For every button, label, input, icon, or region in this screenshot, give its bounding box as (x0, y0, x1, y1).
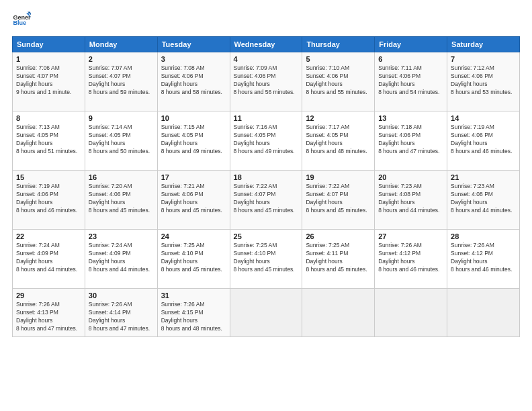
daylight-label: Daylight hours (89, 258, 125, 265)
day-info: Sunrise: 7:18 AM Sunset: 4:06 PM Dayligh… (378, 124, 443, 156)
day-info: Sunrise: 7:10 AM Sunset: 4:06 PM Dayligh… (306, 64, 371, 97)
day-info: Sunrise: 7:11 AM Sunset: 4:06 PM Dayligh… (378, 64, 443, 97)
logo-icon: General Blue (12, 11, 31, 30)
calendar-cell: 27 Sunrise: 7:26 AM Sunset: 4:12 PM Dayl… (375, 230, 447, 289)
sunrise-label: Sunrise: 7:25 AM (161, 242, 205, 248)
sunrise-label: Sunrise: 7:26 AM (378, 242, 422, 248)
day-info: Sunrise: 7:24 AM Sunset: 4:09 PM Dayligh… (89, 242, 154, 274)
sunrise-label: Sunrise: 7:26 AM (16, 301, 60, 308)
calendar-week-row: 15 Sunrise: 7:19 AM Sunset: 4:06 PM Dayl… (13, 171, 520, 230)
sunset-label: Sunset: 4:06 PM (378, 73, 420, 79)
sunrise-label: Sunrise: 7:25 AM (306, 242, 349, 248)
calendar-cell: 18 Sunrise: 7:22 AM Sunset: 4:07 PM Dayl… (230, 171, 302, 230)
day-number: 3 (161, 55, 226, 63)
sunset-label: Sunset: 4:06 PM (16, 191, 58, 197)
daylight-label: Daylight hours (16, 258, 52, 265)
day-number: 8 (16, 114, 81, 122)
day-info: Sunrise: 7:26 AM Sunset: 4:13 PM Dayligh… (16, 301, 81, 333)
day-number: 31 (161, 291, 226, 300)
day-info: Sunrise: 7:09 AM Sunset: 4:06 PM Dayligh… (234, 64, 299, 97)
calendar-header-row: SundayMondayTuesdayWednesdayThursdayFrid… (13, 37, 520, 52)
calendar-cell: 9 Sunrise: 7:14 AM Sunset: 4:05 PM Dayli… (85, 111, 157, 171)
sunrise-label: Sunrise: 7:17 AM (306, 124, 349, 130)
sunset-label: Sunset: 4:11 PM (306, 250, 348, 257)
daylight-label: Daylight hours (89, 317, 125, 324)
daylight-value: 8 hours and 59 minutes. (89, 89, 150, 95)
day-info: Sunrise: 7:12 AM Sunset: 4:06 PM Dayligh… (451, 64, 516, 97)
daylight-label: Daylight hours (451, 199, 487, 205)
daylight-label: Daylight hours (378, 140, 414, 146)
sunrise-label: Sunrise: 7:26 AM (89, 301, 132, 308)
day-header-friday: Friday (375, 37, 447, 52)
sunrise-label: Sunrise: 7:23 AM (451, 183, 494, 189)
day-info: Sunrise: 7:26 AM Sunset: 4:12 PM Dayligh… (451, 242, 516, 274)
sunset-label: Sunset: 4:12 PM (451, 250, 493, 257)
daylight-value: 8 hours and 46 minutes. (451, 266, 512, 273)
sunset-label: Sunset: 4:06 PM (451, 132, 493, 138)
day-header-sunday: Sunday (13, 37, 85, 52)
day-info: Sunrise: 7:17 AM Sunset: 4:05 PM Dayligh… (306, 124, 371, 156)
sunset-label: Sunset: 4:12 PM (378, 250, 420, 257)
calendar-cell: 24 Sunrise: 7:25 AM Sunset: 4:10 PM Dayl… (157, 230, 230, 289)
daylight-value: 8 hours and 55 minutes. (306, 89, 367, 95)
daylight-value: 8 hours and 44 minutes. (451, 207, 512, 214)
day-info: Sunrise: 7:07 AM Sunset: 4:07 PM Dayligh… (89, 64, 154, 97)
day-info: Sunrise: 7:23 AM Sunset: 4:08 PM Dayligh… (451, 183, 516, 215)
sunset-label: Sunset: 4:09 PM (89, 250, 131, 257)
calendar-cell: 25 Sunrise: 7:25 AM Sunset: 4:10 PM Dayl… (230, 230, 302, 289)
day-number: 16 (89, 173, 154, 181)
daylight-value: 8 hours and 45 minutes. (161, 207, 222, 214)
daylight-value: 8 hours and 45 minutes. (306, 266, 367, 273)
calendar-cell: 19 Sunrise: 7:22 AM Sunset: 4:07 PM Dayl… (302, 171, 375, 230)
sunset-label: Sunset: 4:13 PM (16, 309, 58, 316)
calendar-cell: 26 Sunrise: 7:25 AM Sunset: 4:11 PM Dayl… (302, 230, 375, 289)
day-number: 11 (234, 114, 299, 122)
day-header-tuesday: Tuesday (157, 37, 230, 52)
day-info: Sunrise: 7:22 AM Sunset: 4:07 PM Dayligh… (234, 183, 299, 215)
day-info: Sunrise: 7:26 AM Sunset: 4:15 PM Dayligh… (161, 301, 226, 333)
daylight-label: Daylight hours (161, 81, 197, 87)
calendar-cell: 14 Sunrise: 7:19 AM Sunset: 4:06 PM Dayl… (447, 111, 520, 171)
day-info: Sunrise: 7:15 AM Sunset: 4:05 PM Dayligh… (161, 124, 226, 156)
daylight-label: Daylight hours (378, 258, 414, 265)
sunrise-label: Sunrise: 7:22 AM (234, 183, 277, 189)
day-info: Sunrise: 7:25 AM Sunset: 4:11 PM Dayligh… (306, 242, 371, 274)
calendar-cell: 1 Sunrise: 7:06 AM Sunset: 4:07 PM Dayli… (13, 52, 85, 111)
sunset-label: Sunset: 4:10 PM (161, 250, 204, 257)
sunset-label: Sunset: 4:05 PM (234, 132, 276, 138)
calendar-cell: 22 Sunrise: 7:24 AM Sunset: 4:09 PM Dayl… (13, 230, 85, 289)
daylight-value: 8 hours and 45 minutes. (234, 207, 295, 214)
day-number: 1 (16, 55, 81, 63)
calendar-cell: 8 Sunrise: 7:13 AM Sunset: 4:05 PM Dayli… (13, 111, 85, 171)
day-info: Sunrise: 7:08 AM Sunset: 4:06 PM Dayligh… (161, 64, 226, 97)
sunrise-label: Sunrise: 7:15 AM (161, 124, 205, 130)
calendar-cell: 5 Sunrise: 7:10 AM Sunset: 4:06 PM Dayli… (302, 52, 375, 111)
daylight-label: Daylight hours (378, 81, 414, 87)
daylight-value: 8 hours and 45 minutes. (234, 266, 295, 273)
daylight-label: Daylight hours (234, 81, 270, 87)
daylight-label: Daylight hours (306, 140, 342, 146)
daylight-value: 8 hours and 48 minutes. (306, 148, 367, 154)
day-info: Sunrise: 7:25 AM Sunset: 4:10 PM Dayligh… (161, 242, 226, 274)
sunset-label: Sunset: 4:06 PM (306, 73, 348, 79)
page-header: General Blue (12, 11, 520, 30)
day-number: 6 (378, 55, 443, 63)
calendar-cell (375, 289, 447, 337)
day-number: 25 (234, 232, 299, 240)
sunrise-label: Sunrise: 7:20 AM (89, 183, 132, 189)
daylight-label: Daylight hours (306, 258, 342, 265)
sunrise-label: Sunrise: 7:16 AM (234, 124, 277, 130)
daylight-value: 8 hours and 44 minutes. (16, 266, 77, 273)
day-header-wednesday: Wednesday (230, 37, 302, 52)
calendar-cell: 13 Sunrise: 7:18 AM Sunset: 4:06 PM Dayl… (375, 111, 447, 171)
day-info: Sunrise: 7:16 AM Sunset: 4:05 PM Dayligh… (234, 124, 299, 156)
day-header-saturday: Saturday (447, 37, 520, 52)
day-header-monday: Monday (85, 37, 157, 52)
sunrise-label: Sunrise: 7:24 AM (89, 242, 132, 248)
sunset-label: Sunset: 4:06 PM (161, 73, 204, 79)
calendar-cell: 31 Sunrise: 7:26 AM Sunset: 4:15 PM Dayl… (157, 289, 230, 337)
daylight-value: 8 hours and 47 minutes. (16, 325, 77, 332)
sunrise-label: Sunrise: 7:22 AM (306, 183, 349, 189)
sunrise-label: Sunrise: 7:19 AM (16, 183, 60, 189)
day-number: 7 (451, 55, 516, 63)
